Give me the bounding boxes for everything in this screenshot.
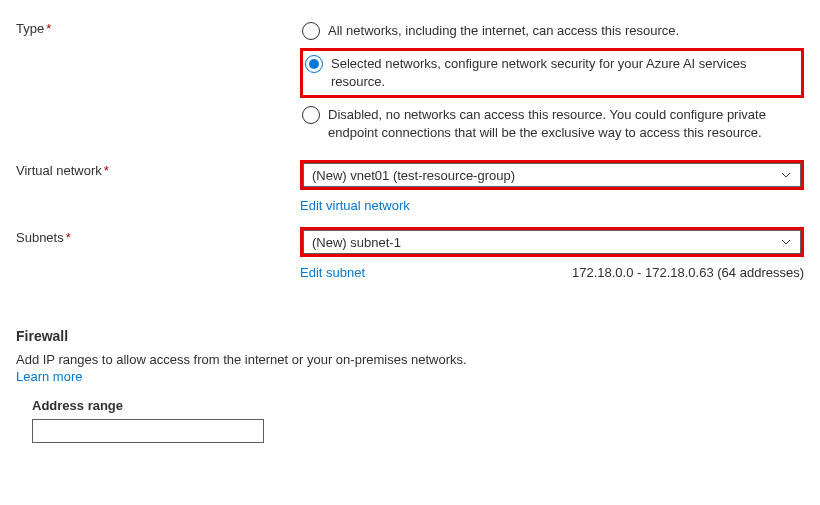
radio-icon [302, 22, 320, 40]
type-label: Type* [16, 18, 300, 36]
radio-selected-networks[interactable]: Selected networks, configure network sec… [300, 48, 804, 98]
subnet-range-text: 172.18.0.0 - 172.18.0.63 (64 addresses) [572, 265, 804, 280]
address-range-input[interactable] [32, 419, 264, 443]
chevron-down-icon [780, 236, 792, 248]
radio-selected-networks-label: Selected networks, configure network sec… [331, 55, 795, 91]
radio-disabled-label: Disabled, no networks can access this re… [328, 106, 798, 142]
radio-icon [305, 55, 323, 73]
firewall-description: Add IP ranges to allow access from the i… [16, 352, 804, 367]
subnets-dropdown[interactable]: (New) subnet-1 [303, 230, 801, 254]
subnets-value: (New) subnet-1 [312, 235, 401, 250]
radio-all-networks-label: All networks, including the internet, ca… [328, 22, 679, 40]
vnet-dropdown[interactable]: (New) vnet01 (test-resource-group) [303, 163, 801, 187]
chevron-down-icon [780, 169, 792, 181]
vnet-label: Virtual network* [16, 160, 300, 178]
vnet-value: (New) vnet01 (test-resource-group) [312, 168, 515, 183]
firewall-header: Firewall [16, 328, 804, 344]
learn-more-link[interactable]: Learn more [16, 369, 804, 384]
subnets-label: Subnets* [16, 227, 300, 245]
edit-subnet-link[interactable]: Edit subnet [300, 265, 365, 280]
radio-icon [302, 106, 320, 124]
address-range-label: Address range [32, 398, 804, 413]
edit-vnet-link[interactable]: Edit virtual network [300, 198, 410, 213]
radio-disabled[interactable]: Disabled, no networks can access this re… [300, 102, 804, 146]
radio-all-networks[interactable]: All networks, including the internet, ca… [300, 18, 804, 44]
